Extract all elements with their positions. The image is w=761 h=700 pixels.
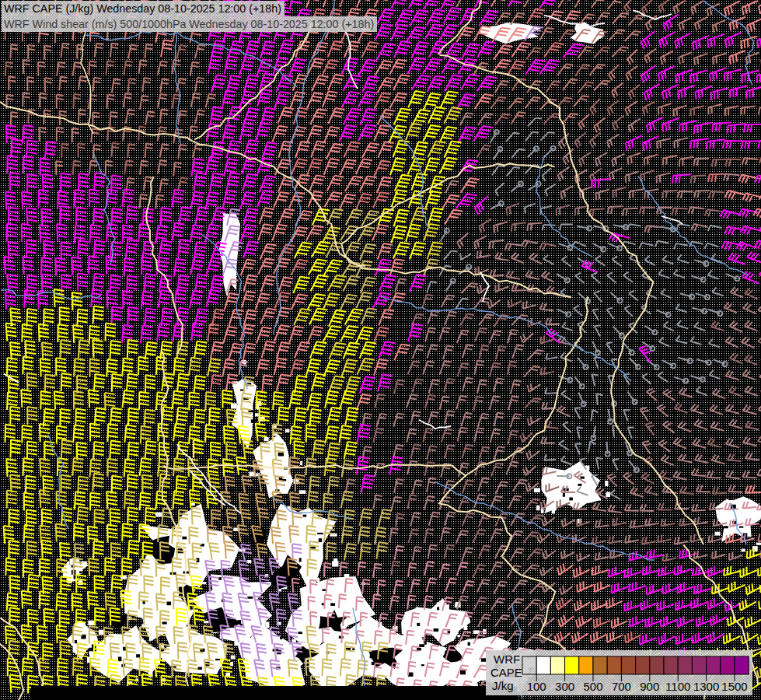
svg-text:100: 100 — [527, 680, 546, 693]
svg-text:500: 500 — [583, 680, 602, 693]
svg-text:1500: 1500 — [721, 680, 747, 693]
svg-text:700: 700 — [612, 680, 631, 693]
svg-text:1100: 1100 — [665, 680, 690, 693]
svg-text:300: 300 — [555, 680, 574, 693]
svg-text:900: 900 — [640, 680, 659, 693]
svg-text:1300: 1300 — [693, 680, 719, 693]
